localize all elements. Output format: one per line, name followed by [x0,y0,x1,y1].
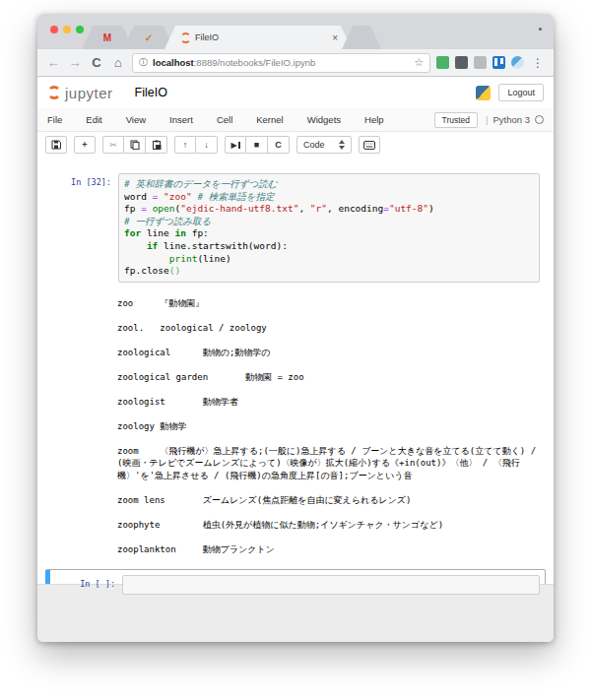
check-icon: ✓ [145,32,153,43]
empty-code-editor[interactable] [122,575,540,595]
run-cell-button[interactable]: ▶ [225,136,246,154]
reload-icon[interactable]: C [89,55,104,70]
notebook-area: In [32]: # 英和辞書のデータを一行ずつ読むword = "zoo" #… [37,158,554,584]
jupyter-header: jupyter FileIO Logout [37,77,554,108]
add-cell-button[interactable]: + [74,136,96,154]
browser-tabs: M ✓ FileIO × [92,26,381,49]
move-cell-down-button[interactable]: ↓ [196,136,218,154]
kernel-separator: | [486,114,488,125]
window-dot [539,28,542,31]
keyboard-icon [363,141,375,150]
kernel-status-icon [535,115,544,124]
menu-widgets[interactable]: Widgets [307,114,341,125]
new-tab-button[interactable] [342,26,381,49]
back-icon[interactable]: ← [45,55,61,70]
notebook-title[interactable]: FileIO [135,86,167,99]
jupyter-logo-text: jupyter [65,85,113,101]
run-icon-bar [238,142,240,149]
input-prompt: In [32]: [51,173,118,283]
browser-window: M ✓ FileIO × ← → C ⌂ ⓘ localhost:8889/no… [37,14,554,642]
extension-icon-3[interactable] [511,56,524,69]
restart-kernel-button[interactable]: C [268,136,290,154]
jupyter-logo-icon [47,86,61,99]
run-icon: ▶ [230,141,236,150]
forward-icon[interactable]: → [67,55,83,70]
command-palette-button[interactable] [359,136,380,154]
evernote-icon[interactable] [455,56,468,69]
tab-fileio[interactable]: FileIO × [164,26,352,49]
select-arrows-icon [339,140,345,150]
page-info-icon[interactable]: ⓘ [139,56,148,69]
bookmark-star-icon[interactable]: ☆ [414,56,424,69]
save-icon [51,140,61,150]
traffic-lights [50,26,84,33]
cut-cell-button[interactable]: ✂ [102,136,124,154]
paste-icon [152,140,162,150]
tab-strip: M ✓ FileIO × [37,14,554,49]
kernel-name: Python 3 [493,114,531,125]
jupyter-menubar: File Edit View Insert Cell Kernel Widget… [37,108,554,132]
jupyter-logo[interactable]: jupyter [47,85,113,101]
gmail-icon: M [103,32,111,43]
jupyter-favicon [180,32,191,43]
trello-icon[interactable] [492,56,505,69]
trusted-badge[interactable]: Trusted [434,112,479,128]
interrupt-kernel-button[interactable]: ■ [246,136,268,154]
menu-edit[interactable]: Edit [86,114,101,125]
cell-type-select[interactable]: Code [296,136,352,154]
url-host: localhost [153,57,194,68]
url-path: :8889/notebooks/FileIO.ipynb [194,57,316,68]
tab-title: FileIO [195,32,219,42]
python-logo-icon [476,86,491,100]
copy-cell-button[interactable] [124,136,146,154]
code-editor[interactable]: # 英和辞書のデータを一行ずつ読むword = "zoo" # 検索単語を指定f… [118,173,540,283]
extension-icons: ⋮ [436,56,546,70]
empty-input-prompt: In [ ]: [55,575,122,595]
move-cell-up-button[interactable]: ↑ [174,136,196,154]
menu-insert[interactable]: Insert [169,114,193,125]
minimize-window-button[interactable] [63,26,71,33]
output-area: zoo 『動物園』 zool. zoological / zoology zoo… [45,288,546,560]
extension-icon-1[interactable] [436,56,449,69]
menu-file[interactable]: File [47,114,62,125]
menu-kernel[interactable]: Kernel [256,114,283,125]
browser-toolbar: ← → C ⌂ ⓘ localhost:8889/notebooks/FileI… [37,49,554,77]
logout-button[interactable]: Logout [498,84,544,101]
home-icon[interactable]: ⌂ [110,55,126,70]
code-cell[interactable]: In [32]: # 英和辞書のデータを一行ずつ読むword = "zoo" #… [45,167,546,288]
code-lines: # 英和辞書のデータを一行ずつ読むword = "zoo" # 検索単語を指定f… [124,178,534,278]
cell-type-value: Code [303,140,325,150]
copy-icon [130,140,140,150]
output-text: zoo 『動物園』 zool. zoological / zoology zoo… [117,297,541,556]
save-button[interactable] [45,136,67,154]
close-tab-icon[interactable]: × [332,32,338,43]
zoom-window-button[interactable] [76,26,84,33]
output-prompt [50,297,117,556]
extension-icon-2[interactable] [474,56,487,69]
menu-view[interactable]: View [126,114,146,125]
chrome-menu-icon[interactable]: ⋮ [530,56,546,70]
close-window-button[interactable] [50,26,58,33]
menu-help[interactable]: Help [364,114,384,125]
address-bar[interactable]: ⓘ localhost:8889/notebooks/FileIO.ipynb … [132,53,430,73]
jupyter-toolbar: + ✂ ↑ ↓ ▶ [37,132,554,158]
menu-cell[interactable]: Cell [217,114,232,125]
paste-cell-button[interactable] [146,136,167,154]
